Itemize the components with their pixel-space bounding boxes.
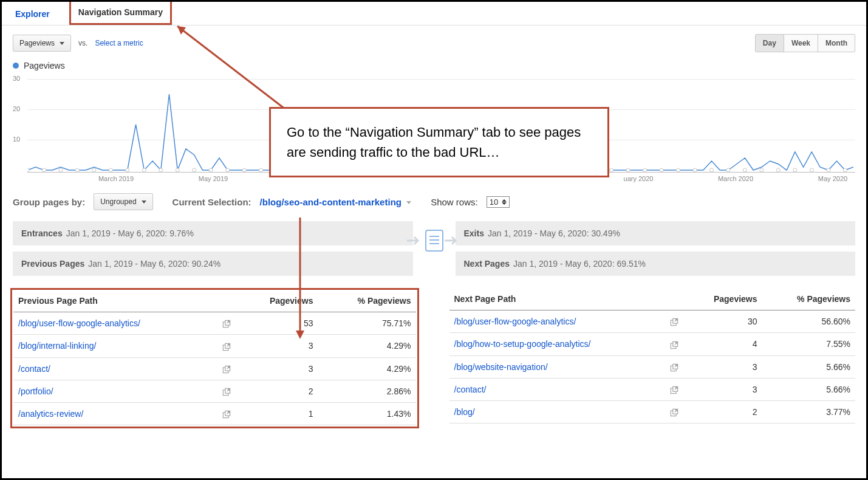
group-by-dropdown[interactable]: Ungrouped bbox=[94, 193, 152, 210]
pageviews-cell: 53 bbox=[236, 312, 318, 335]
path-link[interactable]: /blog/user-flow-google-analytics/ bbox=[449, 310, 666, 333]
open-external-icon[interactable] bbox=[217, 380, 236, 402]
path-link[interactable]: /blog/ bbox=[449, 401, 666, 423]
metric-dropdown[interactable]: Pageviews bbox=[13, 35, 71, 52]
show-rows-value: 10 bbox=[490, 197, 498, 207]
col-pct-pageviews[interactable]: % Pageviews bbox=[318, 290, 415, 312]
svg-point-11 bbox=[209, 168, 213, 172]
caret-down-icon bbox=[60, 42, 64, 45]
path-link[interactable]: /blog/user-flow-google-analytics/ bbox=[13, 312, 217, 335]
summary-rows: Entrances Jan 1, 2019 - May 6, 2020: 9.7… bbox=[2, 221, 866, 282]
pct-pageviews-cell: 2.86% bbox=[318, 380, 415, 402]
svg-point-48 bbox=[827, 168, 830, 172]
flow-document-icon bbox=[407, 230, 462, 252]
seg-week[interactable]: Week bbox=[784, 35, 818, 52]
xlabel-0: March 2019 bbox=[98, 175, 134, 182]
path-link[interactable]: /portfolio/ bbox=[13, 380, 217, 402]
table-row: /blog/23.77% bbox=[449, 401, 856, 423]
vs-label: vs. bbox=[78, 39, 87, 47]
svg-point-39 bbox=[677, 168, 680, 172]
svg-point-7 bbox=[142, 168, 146, 172]
annotation-text: Go to the “Navigation Summary” tab to se… bbox=[287, 125, 581, 160]
entrances-key: Entrances bbox=[21, 228, 63, 238]
path-link[interactable]: /blog/internal-linking/ bbox=[13, 335, 217, 357]
svg-point-35 bbox=[610, 168, 613, 172]
pageviews-cell: 3 bbox=[236, 335, 318, 357]
path-link[interactable]: /contact/ bbox=[13, 357, 217, 380]
pageviews-cell: 2 bbox=[683, 401, 762, 423]
path-link[interactable]: /analytics-review/ bbox=[13, 403, 217, 425]
pageviews-cell: 30 bbox=[683, 310, 762, 333]
table-row: /blog/website-navigation/35.66% bbox=[449, 355, 856, 378]
path-link[interactable]: /blog/how-to-setup-google-analytics/ bbox=[449, 333, 666, 355]
pageviews-cell: 3 bbox=[683, 378, 762, 400]
svg-point-43 bbox=[743, 168, 747, 172]
pct-pageviews-cell: 5.66% bbox=[762, 378, 855, 400]
col-pageviews[interactable]: Pageviews bbox=[236, 290, 318, 312]
open-external-icon[interactable] bbox=[217, 335, 236, 357]
table-row: /blog/user-flow-google-analytics/5375.71… bbox=[13, 312, 416, 335]
table-row: /blog/how-to-setup-google-analytics/47.5… bbox=[449, 333, 856, 355]
svg-point-46 bbox=[793, 168, 797, 172]
xlabel-3: March 2020 bbox=[718, 175, 753, 182]
seg-month[interactable]: Month bbox=[818, 35, 855, 52]
caret-down-icon bbox=[142, 201, 146, 204]
caret-down-icon[interactable] bbox=[406, 201, 411, 204]
next-pages-val: Jan 1, 2019 - May 6, 2020: 69.51% bbox=[513, 259, 646, 269]
tab-bar: Explorer Navigation Summary bbox=[2, 2, 866, 26]
current-selection-path[interactable]: /blog/seo-and-content-marketing bbox=[260, 197, 402, 207]
open-external-icon[interactable] bbox=[665, 378, 683, 400]
analytics-frame: Explorer Navigation Summary Pageviews vs… bbox=[0, 0, 868, 480]
svg-point-36 bbox=[626, 168, 630, 172]
next-page-table: Next Page Path Pageviews % Pageviews /bl… bbox=[449, 288, 856, 423]
pageviews-cell: 3 bbox=[683, 355, 762, 378]
col-previous-page-path[interactable]: Previous Page Path bbox=[13, 290, 217, 312]
pageviews-cell: 4 bbox=[683, 333, 762, 355]
seg-day[interactable]: Day bbox=[756, 35, 784, 52]
svg-point-37 bbox=[643, 168, 647, 172]
open-external-icon[interactable] bbox=[665, 355, 683, 378]
pct-pageviews-cell: 5.66% bbox=[762, 355, 855, 378]
legend-label: Pageviews bbox=[24, 61, 65, 70]
svg-point-6 bbox=[126, 168, 129, 172]
next-pages-row: Next Pages Jan 1, 2019 - May 6, 2020: 69… bbox=[456, 252, 856, 276]
tab-explorer[interactable]: Explorer bbox=[13, 2, 52, 25]
group-by-value: Ungrouped bbox=[100, 197, 136, 206]
exits-val: Jan 1, 2019 - May 6, 2020: 30.49% bbox=[488, 228, 620, 238]
select-metric-link[interactable]: Select a metric bbox=[95, 39, 143, 47]
tab-navigation-summary[interactable]: Navigation Summary bbox=[69, 0, 172, 25]
group-by-label: Group pages by: bbox=[13, 197, 85, 207]
pct-pageviews-cell: 7.55% bbox=[762, 333, 855, 355]
col-pageviews[interactable]: Pageviews bbox=[683, 288, 762, 310]
show-rows-select[interactable]: 10 bbox=[487, 196, 510, 208]
col-pct-pageviews[interactable]: % Pageviews bbox=[762, 288, 855, 310]
open-external-icon[interactable] bbox=[665, 401, 683, 423]
svg-point-2 bbox=[59, 168, 63, 172]
open-external-icon[interactable] bbox=[665, 333, 683, 355]
xlabel-2: uary 2020 bbox=[624, 175, 654, 182]
toolbar: Pageviews vs. Select a metric Day Week M… bbox=[2, 26, 866, 61]
svg-point-38 bbox=[660, 168, 663, 172]
entrances-row: Entrances Jan 1, 2019 - May 6, 2020: 9.7… bbox=[13, 221, 413, 245]
previous-pages-row: Previous Pages Jan 1, 2019 - May 6, 2020… bbox=[13, 252, 413, 276]
open-external-icon[interactable] bbox=[665, 310, 683, 333]
pct-pageviews-cell: 75.71% bbox=[318, 312, 415, 335]
path-link[interactable]: /blog/website-navigation/ bbox=[449, 355, 666, 378]
previous-pages-key: Previous Pages bbox=[21, 259, 84, 269]
legend-dot-icon bbox=[13, 63, 19, 69]
svg-point-5 bbox=[109, 168, 112, 172]
col-next-page-path[interactable]: Next Page Path bbox=[449, 288, 666, 310]
selectors-row: Group pages by: Ungrouped Current Select… bbox=[2, 182, 866, 221]
open-external-icon[interactable] bbox=[217, 403, 236, 425]
previous-page-table: Previous Page Path Pageviews % Pageviews… bbox=[13, 290, 416, 425]
entrances-val: Jan 1, 2019 - May 6, 2020: 9.76% bbox=[66, 228, 194, 238]
open-external-icon[interactable] bbox=[217, 312, 236, 335]
svg-point-41 bbox=[710, 168, 714, 172]
pct-pageviews-cell: 56.60% bbox=[762, 310, 855, 333]
svg-point-1 bbox=[43, 168, 46, 172]
path-link[interactable]: /contact/ bbox=[449, 378, 666, 400]
svg-point-4 bbox=[92, 168, 96, 172]
pageviews-cell: 2 bbox=[236, 380, 318, 402]
table-row: /blog/user-flow-google-analytics/3056.60… bbox=[449, 310, 856, 333]
open-external-icon[interactable] bbox=[217, 357, 236, 380]
